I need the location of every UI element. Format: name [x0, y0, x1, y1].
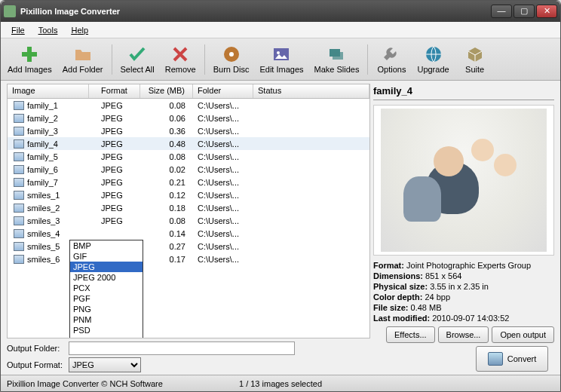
table-row[interactable]: smiles_2JPEG0.18C:\Users\... [8, 201, 369, 214]
table-row[interactable]: smiles_50.27C:\Users\... [8, 240, 369, 253]
svg-point-3 [229, 52, 234, 57]
file-icon [14, 255, 24, 264]
file-icon [14, 139, 24, 149]
col-folder[interactable]: Folder [193, 84, 253, 98]
output-folder-label: Output Folder: [7, 344, 66, 353]
convert-icon [488, 352, 503, 366]
preview-metadata: Format: Joint Photographic Experts Group… [373, 260, 554, 323]
suite-button[interactable]: Suite [455, 41, 495, 78]
file-list[interactable]: family_1JPEG0.08C:\Users\...family_2JPEG… [7, 99, 370, 338]
menu-tools[interactable]: Tools [32, 24, 64, 36]
format-option[interactable]: GIF [70, 251, 143, 262]
svg-point-5 [277, 51, 280, 54]
options-button[interactable]: Options [371, 41, 412, 78]
table-row[interactable]: family_5JPEG0.08C:\Users\... [8, 150, 369, 163]
file-icon [14, 101, 24, 110]
slides-icon [327, 45, 345, 63]
output-format-select[interactable]: JPEG [69, 357, 141, 372]
browse-button[interactable]: Browse... [438, 326, 489, 343]
box-icon [466, 45, 484, 63]
add-folder-button[interactable]: Add Folder [57, 41, 109, 78]
format-option[interactable]: JPEG [70, 262, 143, 272]
menu-help[interactable]: Help [65, 24, 94, 36]
format-option[interactable]: PGF [70, 293, 143, 304]
app-window: Pixillion Image Converter — ▢ ✕ File Too… [0, 0, 561, 392]
menu-file[interactable]: File [5, 24, 31, 36]
burn-disc-button[interactable]: Burn Disc [208, 41, 255, 78]
format-option[interactable]: PSD [70, 325, 143, 335]
col-size[interactable]: Size (MB) [140, 84, 193, 98]
table-row[interactable]: smiles_40.14C:\Users\... [8, 227, 369, 240]
globe-icon [425, 45, 443, 63]
menubar: File Tools Help [1, 22, 560, 38]
convert-button[interactable]: Convert [476, 346, 548, 372]
table-row[interactable]: family_3JPEG0.36C:\Users\... [8, 124, 369, 137]
file-icon [14, 152, 24, 161]
output-format-label: Output Format: [7, 360, 66, 369]
format-option[interactable]: PNM [70, 314, 143, 325]
file-icon [14, 127, 24, 136]
table-row[interactable]: smiles_60.17C:\Users\... [8, 253, 369, 265]
remove-button[interactable]: Remove [160, 41, 201, 78]
app-icon [4, 5, 16, 17]
file-icon [14, 165, 24, 174]
file-icon [14, 204, 24, 213]
output-folder-input[interactable] [69, 341, 295, 355]
svg-rect-1 [22, 52, 37, 57]
open-output-button[interactable]: Open output [492, 326, 554, 343]
preview-image [373, 105, 554, 256]
table-row[interactable]: family_7JPEG0.21C:\Users\... [8, 176, 369, 188]
format-option[interactable]: RAS [70, 335, 143, 338]
plus-icon [20, 45, 38, 63]
minimize-button[interactable]: — [491, 5, 512, 18]
edit-images-button[interactable]: Edit Images [254, 41, 308, 78]
file-icon [14, 216, 24, 225]
file-icon [14, 178, 24, 187]
window-title: Pixillion Image Converter [20, 7, 491, 16]
table-row[interactable]: family_4JPEG0.48C:\Users\... [8, 137, 369, 150]
col-image[interactable]: Image [8, 84, 89, 98]
close-button[interactable]: ✕ [536, 5, 557, 18]
status-mid: 1 / 13 images selected [189, 379, 372, 388]
col-status[interactable]: Status [253, 84, 369, 98]
effects-button[interactable]: Effects... [386, 326, 435, 343]
format-dropdown-popup[interactable]: BMPGIFJPEGJPEG 2000PCXPGFPNGPNMPSDRASTGA… [69, 240, 143, 338]
col-format[interactable]: Format [89, 84, 140, 98]
toolbar: Add ImagesAdd FolderSelect AllRemoveBurn… [1, 38, 560, 81]
format-option[interactable]: PNG [70, 304, 143, 314]
upgrade-button[interactable]: Upgrade [412, 41, 454, 78]
preview-filename: family_4 [373, 84, 554, 100]
folder-icon [74, 45, 92, 63]
file-icon [14, 229, 24, 238]
maximize-button[interactable]: ▢ [513, 5, 535, 18]
x-icon [171, 45, 189, 63]
svg-rect-7 [333, 52, 343, 60]
table-row[interactable]: family_2JPEG0.06C:\Users\... [8, 112, 369, 124]
format-option[interactable]: PCX [70, 283, 143, 293]
table-row[interactable]: family_6JPEG0.02C:\Users\... [8, 163, 369, 176]
select-all-button[interactable]: Select All [115, 41, 160, 78]
list-header: Image Format Size (MB) Folder Status [7, 84, 370, 99]
add-images-button[interactable]: Add Images [2, 41, 57, 78]
statusbar: Pixillion Image Converter © NCH Software… [1, 375, 560, 391]
disc-icon [222, 45, 241, 63]
table-row[interactable]: smiles_1JPEG0.12C:\Users\... [8, 188, 369, 201]
wrench-icon [382, 45, 400, 63]
file-icon [14, 114, 24, 123]
status-left: Pixillion Image Converter © NCH Software [7, 379, 189, 388]
file-icon [14, 191, 24, 200]
picture-icon [272, 45, 290, 63]
format-option[interactable]: BMP [70, 240, 143, 251]
format-option[interactable]: JPEG 2000 [70, 272, 143, 283]
table-row[interactable]: family_1JPEG0.08C:\Users\... [8, 99, 369, 112]
titlebar: Pixillion Image Converter — ▢ ✕ [1, 1, 560, 22]
make-slides-button[interactable]: Make Slides [309, 41, 365, 78]
check-icon [128, 45, 146, 63]
file-icon [14, 242, 24, 251]
table-row[interactable]: smiles_3JPEG0.08C:\Users\... [8, 214, 369, 227]
